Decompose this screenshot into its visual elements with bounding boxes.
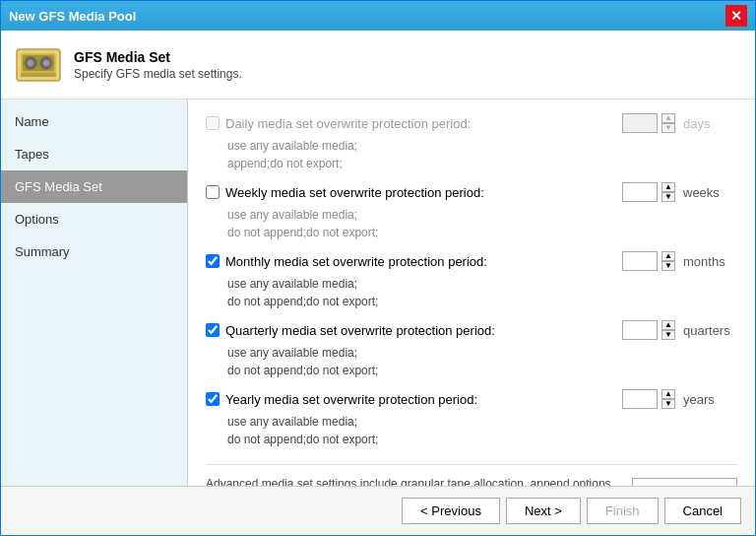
daily-spinner: 14 ▲ ▼ days xyxy=(622,113,737,133)
monthly-label: Monthly media set overwrite protection p… xyxy=(225,254,622,269)
monthly-unit: months xyxy=(683,254,737,269)
finish-button[interactable]: Finish xyxy=(587,498,659,524)
weekly-value[interactable]: 4 xyxy=(622,182,658,202)
sidebar: Name Tapes GFS Media Set Options Summary xyxy=(1,100,188,486)
monthly-row-content: Monthly media set overwrite protection p… xyxy=(220,251,737,271)
header-text: GFS Media Set Specify GFS media set sett… xyxy=(74,49,242,81)
daily-down-btn[interactable]: ▼ xyxy=(662,123,675,133)
content-area: Name Tapes GFS Media Set Options Summary… xyxy=(1,100,755,486)
sidebar-item-name[interactable]: Name xyxy=(1,105,187,138)
weekly-spinner: 4 ▲ ▼ weeks xyxy=(622,182,737,202)
quarterly-spinner-buttons: ▲ ▼ xyxy=(662,320,675,340)
daily-subtext: use any available media; append;do not e… xyxy=(227,137,737,172)
cancel-button[interactable]: Cancel xyxy=(664,498,741,524)
sidebar-item-summary[interactable]: Summary xyxy=(1,235,187,268)
weekly-checkbox[interactable] xyxy=(206,185,220,199)
header-subtitle: Specify GFS media set settings. xyxy=(74,67,242,81)
window-title: New GFS Media Pool xyxy=(9,9,136,24)
header: GFS Media Set Specify GFS media set sett… xyxy=(1,31,755,100)
weekly-down-btn[interactable]: ▼ xyxy=(662,192,675,202)
main-window: New GFS Media Pool ✕ GFS Media Set Speci… xyxy=(0,0,756,536)
yearly-label: Yearly media set overwrite protection pe… xyxy=(225,392,622,407)
yearly-spinner: 1 ▲ ▼ years xyxy=(622,389,737,409)
svg-rect-7 xyxy=(21,73,56,77)
daily-value[interactable]: 14 xyxy=(622,113,658,133)
weekly-spinner-buttons: ▲ ▼ xyxy=(662,182,675,202)
svg-rect-6 xyxy=(23,55,54,71)
daily-spinner-buttons: ▲ ▼ xyxy=(662,113,675,133)
monthly-value[interactable]: 12 xyxy=(622,251,658,271)
tape-icon xyxy=(15,41,62,89)
quarterly-subtext: use any available media; do not append;d… xyxy=(227,344,737,379)
quarterly-unit: quarters xyxy=(683,323,737,338)
footer: < Previous Next > Finish Cancel xyxy=(1,486,755,535)
sidebar-item-tapes[interactable]: Tapes xyxy=(1,138,187,170)
daily-label: Daily media set overwrite protection per… xyxy=(225,116,622,131)
daily-unit: days xyxy=(683,116,737,131)
yearly-subtext: use any available media; do not append;d… xyxy=(227,413,737,448)
close-button[interactable]: ✕ xyxy=(725,5,747,27)
advanced-section: Advanced media set settings include gran… xyxy=(206,464,737,486)
next-button[interactable]: Next > xyxy=(506,498,581,524)
monthly-down-btn[interactable]: ▼ xyxy=(662,261,675,271)
quarterly-label: Quarterly media set overwrite protection… xyxy=(225,323,622,338)
advanced-description: Advanced media set settings include gran… xyxy=(206,475,629,486)
daily-up-btn[interactable]: ▲ xyxy=(662,113,675,123)
main-content: Daily media set overwrite protection per… xyxy=(188,100,755,486)
quarterly-value[interactable]: 4 xyxy=(622,320,658,340)
yearly-down-btn[interactable]: ▼ xyxy=(662,399,675,409)
quarterly-spinner: 4 ▲ ▼ quarters xyxy=(622,320,737,340)
weekly-row: Weekly media set overwrite protection pe… xyxy=(206,182,737,202)
weekly-label: Weekly media set overwrite protection pe… xyxy=(225,185,622,200)
yearly-unit: years xyxy=(683,392,737,407)
weekly-subtext: use any available media; do not append;d… xyxy=(227,206,737,241)
quarterly-row: Quarterly media set overwrite protection… xyxy=(206,320,737,340)
yearly-row: Yearly media set overwrite protection pe… xyxy=(206,389,737,409)
monthly-spinner: 12 ▲ ▼ months xyxy=(622,251,737,271)
quarterly-up-btn[interactable]: ▲ xyxy=(662,320,675,330)
quarterly-row-content: Quarterly media set overwrite protection… xyxy=(220,320,737,340)
yearly-row-content: Yearly media set overwrite protection pe… xyxy=(220,389,737,409)
daily-checkbox[interactable] xyxy=(206,116,220,130)
advanced-button[interactable]: ⚙ Advanced xyxy=(632,478,737,487)
title-bar: New GFS Media Pool ✕ xyxy=(1,1,755,31)
weekly-up-btn[interactable]: ▲ xyxy=(662,182,675,192)
yearly-spinner-buttons: ▲ ▼ xyxy=(662,389,675,409)
yearly-up-btn[interactable]: ▲ xyxy=(662,389,675,399)
monthly-spinner-buttons: ▲ ▼ xyxy=(662,251,675,271)
quarterly-checkbox[interactable] xyxy=(206,323,220,337)
quarterly-down-btn[interactable]: ▼ xyxy=(662,330,675,340)
yearly-value[interactable]: 1 xyxy=(622,389,658,409)
yearly-checkbox[interactable] xyxy=(206,392,220,406)
daily-row: Daily media set overwrite protection per… xyxy=(206,113,737,133)
monthly-subtext: use any available media; do not append;d… xyxy=(227,275,737,310)
previous-button[interactable]: < Previous xyxy=(402,498,500,524)
monthly-row: Monthly media set overwrite protection p… xyxy=(206,251,737,271)
sidebar-item-gfs-media-set[interactable]: GFS Media Set xyxy=(1,170,187,203)
weekly-row-content: Weekly media set overwrite protection pe… xyxy=(220,182,737,202)
weekly-unit: weeks xyxy=(683,185,737,200)
header-title: GFS Media Set xyxy=(74,49,242,65)
monthly-up-btn[interactable]: ▲ xyxy=(662,251,675,261)
daily-row-content: Daily media set overwrite protection per… xyxy=(220,113,737,133)
sidebar-item-options[interactable]: Options xyxy=(1,203,187,235)
monthly-checkbox[interactable] xyxy=(206,254,220,268)
